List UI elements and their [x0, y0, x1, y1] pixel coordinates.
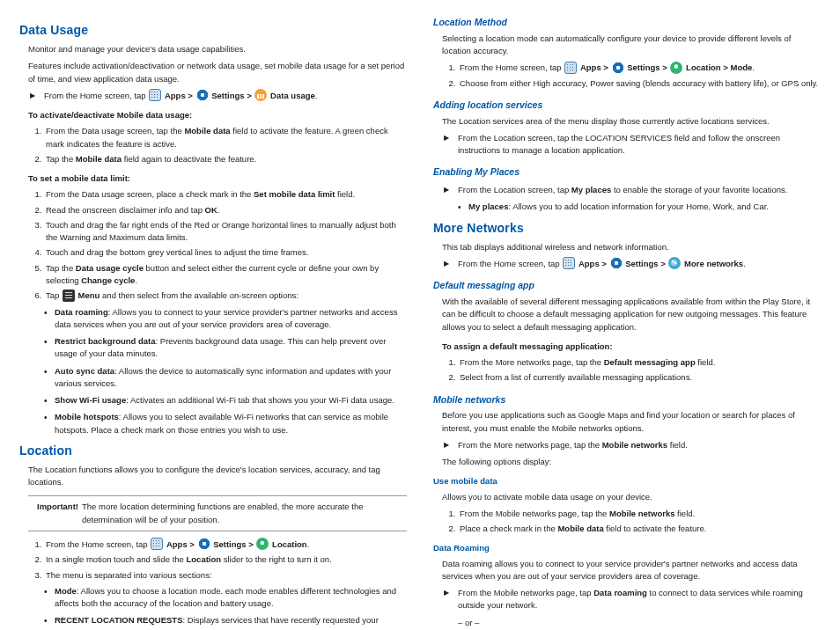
list-item: Read the onscreen disclaimer info and ta… — [44, 204, 407, 216]
steps-list: From the Data usage screen, place a chec… — [19, 188, 407, 302]
list-item: Touch and drag the bottom grey vertical … — [44, 246, 407, 259]
list-item: Place a check mark in the Mobile data fi… — [458, 523, 821, 535]
settings-icon — [610, 257, 623, 269]
text: Selecting a location mode can automatica… — [433, 33, 821, 58]
list-item: From the Data usage screen, place a chec… — [44, 188, 407, 201]
list-item: Auto sync data: Allows the device to aut… — [46, 365, 407, 391]
text: The following options display: — [433, 456, 821, 468]
list-item: My places: Allows you to add location in… — [460, 201, 821, 213]
list-item: Mode: Allows you to choose a location mo… — [46, 585, 407, 611]
heading-use-mobile-data: Use mobile data — [433, 475, 821, 487]
heading-my-places: Enabling My Places — [433, 165, 821, 179]
list-item: Tap the Mobile data field again to deact… — [44, 153, 407, 165]
list-item: Select from a list of currently availabl… — [458, 371, 821, 384]
label: Apps > — [165, 91, 193, 100]
text: The Location services area of the menu d… — [433, 115, 821, 128]
left-column: Data Usage Monitor and manage your devic… — [19, 16, 407, 630]
list-item: Show Wi-Fi usage: Activates an additiona… — [46, 394, 407, 407]
text: Features include activation/deactivation… — [19, 60, 407, 85]
note-text: The more location determining functions … — [82, 501, 402, 526]
list-item: Restrict background data: Prevents backg… — [46, 335, 407, 361]
options-list: My places: Allows you to add location in… — [433, 201, 821, 213]
heading-mobile-networks: Mobile networks — [433, 393, 821, 407]
step: From the Mobile networks page, tap Data … — [433, 587, 821, 612]
list-item: Tap the Data usage cycle button and sele… — [44, 262, 407, 288]
steps-list: From the Mobile networks page, tap the M… — [433, 508, 821, 536]
options-list: Mode: Allows you to choose a location mo… — [19, 585, 407, 630]
list-item: RECENT LOCATION REQUESTS: Displays servi… — [46, 614, 407, 630]
text: This tab displays additional wireless an… — [433, 241, 821, 253]
subheading: To set a mobile data limit: — [28, 172, 407, 185]
text: – or – — [433, 617, 821, 629]
text: Before you use applications such as Goog… — [433, 409, 821, 435]
steps-list: From the More networks page, tap the Def… — [433, 356, 821, 385]
list-item: Data roaming: Allows you to connect to y… — [46, 306, 407, 332]
list-item: From the Data usage screen, tap the Mobi… — [44, 125, 407, 150]
text: From the Home screen, tap — [44, 91, 148, 100]
label: Settings > — [211, 91, 252, 100]
settings-icon — [198, 538, 210, 550]
text: With the available of several different … — [433, 296, 821, 333]
data-usage-icon — [254, 89, 267, 101]
note-label: Important! — [37, 501, 82, 526]
nav-path: From the Home screen, tap Apps > Setting… — [433, 258, 821, 270]
settings-icon — [612, 62, 624, 74]
settings-icon — [196, 89, 209, 101]
subheading: To activate/deactivate Mobile data usage… — [28, 109, 407, 121]
nav-path: From the Home screen, tap Apps > Setting… — [19, 90, 407, 102]
list-item: The menu is separated into various secti… — [44, 569, 407, 582]
subheading: To assign a default messaging applicatio… — [442, 341, 821, 353]
steps-list: From the Home screen, tap Apps > Setting… — [433, 62, 821, 90]
right-column: Location Method Selecting a location mod… — [433, 16, 821, 630]
heading-default-msg: Default messaging app — [433, 279, 821, 293]
options-list: Data roaming: Allows you to connect to y… — [19, 306, 407, 436]
more-networks-icon — [668, 257, 681, 269]
steps-list: From the Data usage screen, tap the Mobi… — [19, 125, 407, 165]
list-item: From the Home screen, tap Apps > Setting… — [458, 62, 821, 74]
heading-location: Location — [19, 442, 407, 460]
step: From the More networks page, tap the Mob… — [433, 439, 821, 451]
apps-icon — [563, 257, 575, 269]
text: Monitor and manage your device's data us… — [19, 43, 407, 55]
heading-location-method: Location Method — [433, 16, 821, 30]
list-item: Tap Menu and then select from the availa… — [44, 289, 407, 302]
step: From the Location screen, tap My places … — [433, 184, 821, 196]
list-item: In a single motion touch and slide the L… — [44, 553, 407, 566]
text: Allows you to activate mobile data usage… — [433, 491, 821, 503]
label: Data usage — [270, 91, 315, 100]
menu-icon — [63, 289, 75, 302]
list-item: Mobile hotspots: Allows you to select av… — [46, 411, 407, 436]
list-item: From the Home screen, tap Apps > Setting… — [44, 538, 407, 551]
list-item: Touch and drag the far right ends of the… — [44, 219, 407, 245]
location-icon — [256, 538, 269, 550]
text: Data roaming allows you to connect to yo… — [433, 558, 821, 583]
text: The Location functions allows you to con… — [19, 464, 407, 489]
important-note: Important! The more location determining… — [28, 495, 407, 531]
list-item: Choose from either High accuracy, Power … — [458, 77, 821, 90]
heading-more-networks: More Networks — [433, 219, 821, 238]
apps-icon — [149, 89, 161, 101]
list-item: From the More networks page, tap the Def… — [458, 356, 821, 369]
heading-data-roaming: Data Roaming — [433, 542, 821, 554]
apps-icon — [151, 538, 163, 550]
steps-list: From the Home screen, tap Apps > Setting… — [19, 538, 407, 582]
location-icon — [670, 62, 682, 74]
heading-data-usage: Data Usage — [19, 21, 407, 40]
heading-adding-location: Adding location services — [433, 99, 821, 113]
page-columns: Data Usage Monitor and manage your devic… — [19, 16, 821, 630]
apps-icon — [564, 62, 577, 74]
list-item: From the Mobile networks page, tap the M… — [458, 508, 821, 520]
step: From the Location screen, tap the LOCATI… — [433, 132, 821, 158]
